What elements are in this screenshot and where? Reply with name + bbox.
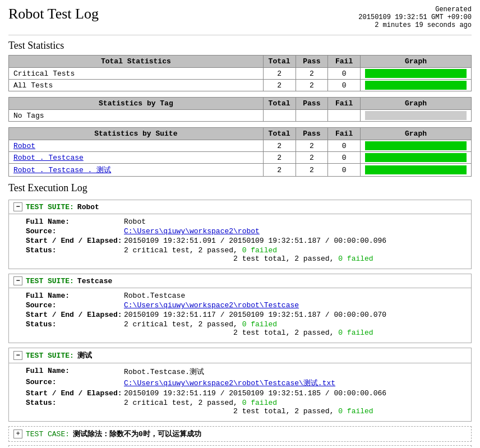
status-fail: 0 failed	[242, 246, 277, 255]
suite-row-elapsed: Start / End / Elapsed: 20150109 19:32:51…	[26, 389, 464, 398]
row-name: Robot . Testcase	[9, 152, 264, 164]
row-graph	[361, 80, 472, 91]
suite-toggle[interactable]: −	[13, 202, 22, 211]
row-name: Robot	[9, 140, 264, 152]
fullname-value: Robot	[124, 218, 146, 226]
graph-bar	[365, 69, 467, 78]
header-divider	[8, 35, 472, 35]
source-value[interactable]: C:\Users\qiuwy\workspace2\robot\Testcase	[124, 301, 299, 310]
suite-row-elapsed: Start / End / Elapsed: 20150109 19:32:51…	[26, 311, 464, 319]
suite-row-elapsed: Start / End / Elapsed: 20150109 19:32:51…	[26, 237, 464, 245]
status-label: Status:	[26, 320, 124, 337]
status-fail2: 0 failed	[338, 329, 373, 337]
suite-block-suite1: − TEST SUITE: Robot Full Name: Robot Sou…	[8, 200, 472, 269]
suite-body: Full Name: Robot Source: C:\Users\qiuwy\…	[9, 214, 471, 269]
total-stats-col-name: Total Statistics	[9, 56, 264, 68]
status-value: 2 critical test, 2 passed, 0 failed 2 te…	[124, 320, 373, 337]
suite-link[interactable]: Robot	[13, 142, 35, 150]
row-pass	[296, 110, 328, 122]
suite-label: TEST SUITE:	[26, 277, 74, 285]
suite-body: Full Name: Robot.Testcase.测试 Source: C:\…	[9, 363, 471, 421]
row-pass: 2	[296, 80, 328, 91]
table-row: Robot . Testcase 2 2 0	[9, 152, 472, 164]
tag-stats-col-fail: Fail	[328, 98, 361, 110]
table-row: Robot . Testcase . 测试 2 2 0	[9, 164, 472, 177]
total-stats-col-fail: Fail	[328, 56, 361, 68]
table-row: All Tests 2 2 0	[9, 80, 472, 91]
row-total: 2	[263, 152, 296, 164]
test-cases-container: + TEST CASE: 测试除法：除数不为0时，可以运算成功 + TEST C…	[8, 426, 472, 448]
row-pass: 2	[296, 164, 328, 177]
tag-stats-col-name: Statistics by Tag	[9, 98, 264, 110]
page-title: Robot Test Log	[8, 6, 99, 22]
elapsed-label: Start / End / Elapsed:	[26, 311, 124, 319]
suite-row-source: Source: C:\Users\qiuwy\workspace2\robot	[26, 227, 464, 235]
fullname-label: Full Name:	[26, 367, 124, 377]
row-graph	[361, 110, 472, 122]
suite-row-fullname: Full Name: Robot.Testcase.测试	[26, 367, 464, 377]
status-label: Status:	[26, 399, 124, 415]
suite-name: 测试	[77, 350, 92, 361]
suite-row-status: Status: 2 critical test, 2 passed, 0 fai…	[26, 246, 464, 263]
source-label: Source:	[26, 227, 124, 235]
generated-ago: 2 minutes 19 seconds ago	[358, 21, 472, 29]
source-value[interactable]: C:\Users\qiuwy\workspace2\robot\Testcase…	[124, 378, 335, 388]
suite-stats-col-fail: Fail	[328, 128, 361, 140]
elapsed-value: 20150109 19:32:51.117 / 20150109 19:32:5…	[124, 311, 386, 319]
graph-bar	[365, 153, 467, 162]
total-stats-col-pass: Pass	[296, 56, 328, 68]
row-graph	[361, 164, 472, 177]
graph-bar	[365, 81, 467, 90]
suite-toggle[interactable]: −	[13, 351, 22, 360]
source-label: Source:	[26, 378, 124, 388]
tag-stats-col-pass: Pass	[296, 98, 328, 110]
row-graph	[361, 140, 472, 152]
row-name: No Tags	[9, 110, 264, 122]
tag-stats-col-graph: Graph	[361, 98, 472, 110]
status-value: 2 critical test, 2 passed, 0 failed 2 te…	[124, 399, 373, 415]
row-total: 2	[263, 80, 296, 91]
graph-bar	[365, 111, 467, 120]
row-fail: 0	[328, 68, 361, 80]
suite-name: Robot	[77, 203, 99, 211]
suite-name: Testcase	[77, 277, 112, 285]
row-fail: 0	[328, 140, 361, 152]
suite-row-source: Source: C:\Users\qiuwy\workspace2\robot\…	[26, 301, 464, 310]
suite-block-suite3: − TEST SUITE: 测试 Full Name: Robot.Testca…	[8, 348, 472, 422]
test-case-toggle[interactable]: +	[13, 429, 22, 438]
generated-date: 20150109 19:32:51 GMT +09:00	[358, 13, 472, 21]
suite-stats-col-graph: Graph	[361, 128, 472, 140]
source-label: Source:	[26, 301, 124, 310]
row-graph	[361, 152, 472, 164]
row-fail: 0	[328, 80, 361, 91]
graph-bar	[365, 165, 467, 174]
suite-header: − TEST SUITE: 测试	[9, 348, 471, 363]
suite-header: − TEST SUITE: Robot	[9, 200, 471, 214]
suite-header: − TEST SUITE: Testcase	[9, 274, 471, 288]
status-fail: 0 failed	[242, 320, 277, 329]
execution-log-title: Test Execution Log	[8, 182, 472, 194]
status-fail: 0 failed	[242, 399, 277, 407]
tag-stats-col-total: Total	[263, 98, 296, 110]
source-value[interactable]: C:\Users\qiuwy\workspace2\robot	[124, 227, 260, 235]
suite-toggle[interactable]: −	[13, 276, 22, 285]
status-fail2: 0 failed	[338, 407, 373, 415]
suite-link[interactable]: Robot . Testcase	[13, 154, 84, 162]
elapsed-value: 20150109 19:32:51.091 / 20150109 19:32:5…	[124, 237, 386, 245]
fullname-value: Robot.Testcase.测试	[124, 367, 204, 377]
fullname-label: Full Name:	[26, 218, 124, 226]
row-pass: 2	[296, 152, 328, 164]
row-graph	[361, 68, 472, 80]
total-stats-col-graph: Graph	[361, 56, 472, 68]
suite-link[interactable]: Robot . Testcase . 测试	[13, 166, 111, 174]
total-stats-col-total: Total	[263, 56, 296, 68]
row-name: All Tests	[9, 80, 264, 91]
status-value: 2 critical test, 2 passed, 0 failed 2 te…	[124, 246, 373, 263]
tag-statistics-table: Statistics by Tag Total Pass Fail Graph …	[8, 97, 472, 122]
row-fail: 0	[328, 164, 361, 177]
execution-log-section: − TEST SUITE: Robot Full Name: Robot Sou…	[8, 200, 472, 422]
row-fail	[328, 110, 361, 122]
status-fail2: 0 failed	[338, 255, 373, 263]
test-case-header: + TEST CASE: 测试除法：除数不能为0	[9, 446, 471, 448]
elapsed-value: 20150109 19:32:51.119 / 20150109 19:32:5…	[124, 389, 386, 398]
